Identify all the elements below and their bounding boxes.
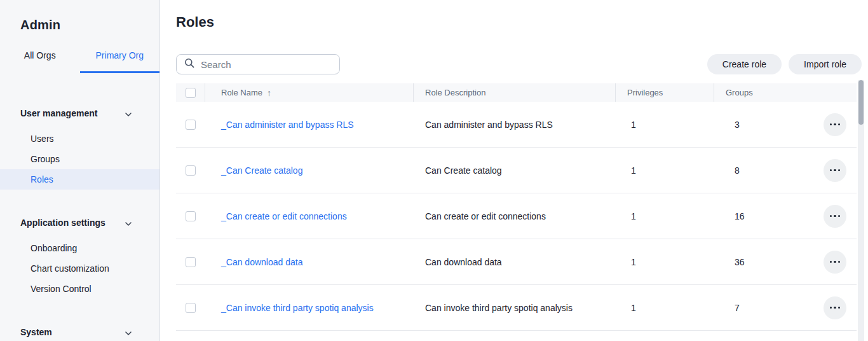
chevron-down-icon <box>125 327 132 337</box>
sidebar: Admin All Orgs Primary Org User manageme… <box>0 0 160 341</box>
role-description: Can download data <box>413 257 615 267</box>
toolbar-actions: Create role Import role <box>707 54 862 74</box>
groups-count: 3 <box>735 120 740 130</box>
groups-count: 36 <box>735 257 745 267</box>
section-header-application-settings[interactable]: Application settings <box>0 212 159 233</box>
create-role-button[interactable]: Create role <box>707 54 782 74</box>
sidebar-item-onboarding[interactable]: Onboarding <box>0 238 159 258</box>
table-row: _Can download data Can download data 1 3… <box>176 239 857 285</box>
privileges-count: 1 <box>615 165 714 176</box>
more-actions-button[interactable] <box>824 113 846 136</box>
row-checkbox[interactable] <box>186 303 196 313</box>
role-description: Can invoke third party spotiq analysis <box>413 303 615 313</box>
sidebar-item-users[interactable]: Users <box>0 129 159 149</box>
row-checkbox[interactable] <box>186 211 196 221</box>
org-tabs: All Orgs Primary Org <box>0 50 159 73</box>
role-name-link[interactable]: _Can invoke third party spotiq analysis <box>221 303 374 313</box>
roles-table: Role Name ↑ Role Description Privileges … <box>176 83 857 331</box>
page-title: Roles <box>176 14 868 31</box>
table-row: _Can Create catalog Can Create catalog 1… <box>176 148 857 193</box>
row-select-cell <box>176 257 205 267</box>
row-checkbox[interactable] <box>186 120 196 130</box>
column-header-privileges[interactable]: Privileges <box>615 83 714 102</box>
section-items: Onboarding Chart customization Version C… <box>0 238 159 299</box>
column-header-role-name[interactable]: Role Name ↑ <box>205 83 413 102</box>
ellipsis-icon <box>830 261 832 263</box>
chevron-down-icon <box>125 218 132 228</box>
role-description: Can administer and bypass RLS <box>413 120 615 130</box>
privileges-count: 1 <box>615 257 714 267</box>
role-description: Can Create catalog <box>413 165 615 176</box>
sidebar-item-version-control[interactable]: Version Control <box>0 279 159 299</box>
section-system: System <box>0 322 159 341</box>
column-label: Privileges <box>627 88 663 97</box>
groups-count: 16 <box>735 211 745 221</box>
section-label: Application settings <box>20 218 105 228</box>
row-select-cell <box>176 120 205 130</box>
section-label: System <box>20 327 52 337</box>
tab-all-orgs[interactable]: All Orgs <box>0 50 80 73</box>
search-input[interactable] <box>201 59 339 70</box>
role-name-link[interactable]: _Can administer and bypass RLS <box>221 120 354 130</box>
row-select-cell <box>176 211 205 221</box>
row-checkbox[interactable] <box>186 165 196 176</box>
scrollbar-thumb[interactable] <box>858 80 864 125</box>
section-items: Users Groups Roles <box>0 129 159 190</box>
more-actions-button[interactable] <box>824 296 846 319</box>
toolbar: Create role Import role <box>176 54 862 74</box>
search-icon <box>184 58 194 71</box>
row-checkbox[interactable] <box>186 257 196 267</box>
sidebar-item-chart-customization[interactable]: Chart customization <box>0 258 159 279</box>
sidebar-item-groups[interactable]: Groups <box>0 149 159 169</box>
groups-count: 7 <box>735 303 740 313</box>
groups-count: 8 <box>735 165 740 176</box>
column-label: Role Description <box>425 88 485 97</box>
row-select-cell <box>176 303 205 313</box>
more-actions-button[interactable] <box>824 251 846 274</box>
select-all-checkbox[interactable] <box>186 88 196 98</box>
privileges-count: 1 <box>615 120 714 130</box>
more-actions-button[interactable] <box>824 159 846 182</box>
privileges-count: 1 <box>615 211 714 221</box>
import-role-button[interactable]: Import role <box>789 54 862 74</box>
tab-primary-org[interactable]: Primary Org <box>80 50 160 73</box>
privileges-count: 1 <box>615 303 714 313</box>
role-description: Can create or edit connections <box>413 211 615 221</box>
sidebar-nav: User management Users Groups Roles Appli… <box>0 103 159 341</box>
row-select-cell <box>176 165 205 176</box>
role-name-link[interactable]: _Can download data <box>221 257 302 267</box>
sidebar-title: Admin <box>0 0 159 32</box>
ellipsis-icon <box>830 123 832 126</box>
table-row: _Can administer and bypass RLS Can admin… <box>176 102 857 148</box>
sidebar-item-roles[interactable]: Roles <box>0 169 159 190</box>
column-header-role-description[interactable]: Role Description <box>413 83 615 102</box>
column-label: Role Name <box>221 88 262 97</box>
sort-ascending-icon: ↑ <box>267 88 271 98</box>
column-label: Groups <box>726 88 753 97</box>
select-all-cell <box>176 88 205 98</box>
role-name-link[interactable]: _Can Create catalog <box>221 165 302 176</box>
admin-app: Admin All Orgs Primary Org User manageme… <box>0 0 868 341</box>
section-user-management: User management Users Groups Roles <box>0 103 159 190</box>
table-row: _Can invoke third party spotiq analysis … <box>176 285 857 331</box>
ellipsis-icon <box>830 169 832 172</box>
main-content: Roles Create role Import role Role Name <box>160 0 868 341</box>
table-row: _Can create or edit connections Can crea… <box>176 193 857 239</box>
role-name-link[interactable]: _Can create or edit connections <box>221 211 347 221</box>
section-header-system[interactable]: System <box>0 322 159 341</box>
column-header-groups[interactable]: Groups <box>714 83 857 102</box>
ellipsis-icon <box>830 215 832 218</box>
section-application-settings: Application settings Onboarding Chart cu… <box>0 212 159 299</box>
more-actions-button[interactable] <box>824 205 846 228</box>
chevron-down-icon <box>125 108 132 118</box>
section-label: User management <box>20 108 97 118</box>
search-box <box>176 54 340 74</box>
vertical-scrollbar[interactable] <box>858 80 864 341</box>
section-header-user-management[interactable]: User management <box>0 103 159 123</box>
ellipsis-icon <box>830 307 832 309</box>
table-header: Role Name ↑ Role Description Privileges … <box>176 83 857 102</box>
